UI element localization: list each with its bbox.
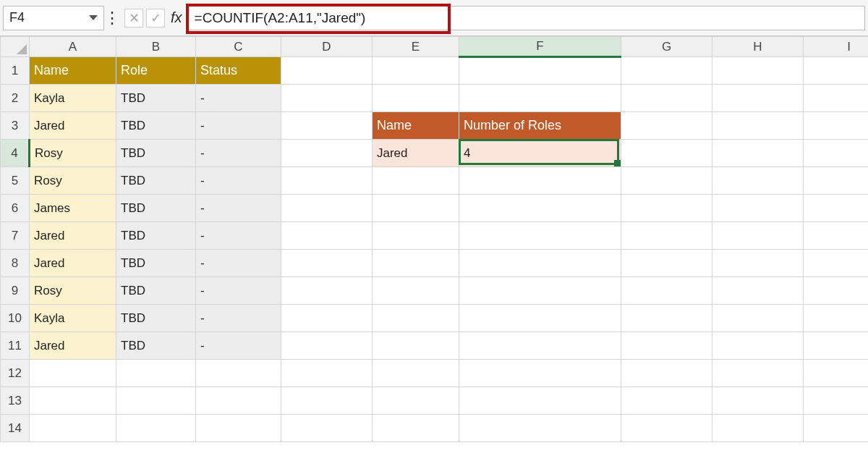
col-header-D[interactable]: D — [281, 37, 373, 57]
cell-F1[interactable] — [459, 57, 621, 85]
cell-E2[interactable] — [373, 85, 459, 112]
cell-I5[interactable] — [804, 167, 869, 195]
col-header-G[interactable]: G — [621, 37, 712, 57]
formula-input[interactable]: =COUNTIF(A2:A11,"Jared") — [188, 6, 448, 30]
row-header-4[interactable]: 4 — [1, 140, 30, 167]
cell-H11[interactable] — [712, 332, 804, 360]
cell-E8[interactable] — [373, 250, 459, 277]
cell-E9[interactable] — [373, 277, 459, 305]
cell-I13[interactable] — [804, 387, 869, 415]
cell-A3[interactable]: Jared — [30, 112, 116, 140]
cell-F13[interactable] — [459, 387, 621, 415]
cell-I12[interactable] — [804, 360, 869, 387]
row-header-6[interactable]: 6 — [1, 195, 30, 222]
formula-input-extension[interactable] — [448, 6, 865, 30]
cell-B9[interactable]: TBD — [116, 277, 196, 305]
cell-F10[interactable] — [459, 305, 621, 332]
col-header-I[interactable]: I — [804, 37, 869, 57]
cell-C9[interactable]: - — [196, 277, 281, 305]
cell-G7[interactable] — [621, 222, 712, 250]
cell-G8[interactable] — [621, 250, 712, 277]
cell-A2[interactable]: Kayla — [30, 85, 116, 112]
cell-D8[interactable] — [281, 250, 373, 277]
cell-B3[interactable]: TBD — [116, 112, 196, 140]
cell-D3[interactable] — [281, 112, 373, 140]
cell-E11[interactable] — [373, 332, 459, 360]
cell-H9[interactable] — [712, 277, 804, 305]
cell-G5[interactable] — [621, 167, 712, 195]
cell-G1[interactable] — [621, 57, 712, 85]
cell-A4[interactable]: Rosy — [30, 140, 116, 167]
cell-A9[interactable]: Rosy — [30, 277, 116, 305]
cell-H4[interactable] — [712, 140, 804, 167]
row-header-3[interactable]: 3 — [1, 112, 30, 140]
cell-H2[interactable] — [712, 85, 804, 112]
cell-A7[interactable]: Jared — [30, 222, 116, 250]
cell-E13[interactable] — [373, 387, 459, 415]
cell-F7[interactable] — [459, 222, 621, 250]
cell-F2[interactable] — [459, 85, 621, 112]
cell-C5[interactable]: - — [196, 167, 281, 195]
cell-G12[interactable] — [621, 360, 712, 387]
cell-I4[interactable] — [804, 140, 869, 167]
cell-H14[interactable] — [712, 415, 804, 442]
cell-F12[interactable] — [459, 360, 621, 387]
cell-H10[interactable] — [712, 305, 804, 332]
cell-H12[interactable] — [712, 360, 804, 387]
cell-E6[interactable] — [373, 195, 459, 222]
cell-D13[interactable] — [281, 387, 373, 415]
cell-I6[interactable] — [804, 195, 869, 222]
cell-B14[interactable] — [116, 415, 196, 442]
cell-I3[interactable] — [804, 112, 869, 140]
enter-formula-button[interactable]: ✓ — [146, 9, 165, 28]
cell-D9[interactable] — [281, 277, 373, 305]
cancel-formula-button[interactable]: ✕ — [124, 9, 143, 28]
cell-B12[interactable] — [116, 360, 196, 387]
row-header-2[interactable]: 2 — [1, 85, 30, 112]
row-header-7[interactable]: 7 — [1, 222, 30, 250]
cell-C3[interactable]: - — [196, 112, 281, 140]
cell-F11[interactable] — [459, 332, 621, 360]
cell-H8[interactable] — [712, 250, 804, 277]
cell-F3[interactable]: Number of Roles — [459, 112, 621, 140]
name-box[interactable]: F4 — [3, 6, 104, 30]
row-header-11[interactable]: 11 — [1, 332, 30, 360]
cell-B1[interactable]: Role — [116, 57, 196, 85]
cell-C2[interactable]: - — [196, 85, 281, 112]
cell-F14[interactable] — [459, 415, 621, 442]
cell-I7[interactable] — [804, 222, 869, 250]
cell-C14[interactable] — [196, 415, 281, 442]
cell-A8[interactable]: Jared — [30, 250, 116, 277]
cell-C12[interactable] — [196, 360, 281, 387]
cell-D2[interactable] — [281, 85, 373, 112]
cell-E7[interactable] — [373, 222, 459, 250]
cell-C8[interactable]: - — [196, 250, 281, 277]
cell-H7[interactable] — [712, 222, 804, 250]
cell-D5[interactable] — [281, 167, 373, 195]
cell-B10[interactable]: TBD — [116, 305, 196, 332]
cell-D7[interactable] — [281, 222, 373, 250]
cell-G11[interactable] — [621, 332, 712, 360]
cell-B13[interactable] — [116, 387, 196, 415]
cell-I11[interactable] — [804, 332, 869, 360]
cell-H5[interactable] — [712, 167, 804, 195]
cell-A5[interactable]: Rosy — [30, 167, 116, 195]
col-header-A[interactable]: A — [30, 37, 116, 57]
cell-E1[interactable] — [373, 57, 459, 85]
cell-I14[interactable] — [804, 415, 869, 442]
col-header-B[interactable]: B — [116, 37, 196, 57]
cell-I1[interactable] — [804, 57, 869, 85]
col-header-C[interactable]: C — [196, 37, 281, 57]
col-header-F[interactable]: F — [459, 37, 621, 57]
col-header-E[interactable]: E — [373, 37, 459, 57]
cell-A12[interactable] — [30, 360, 116, 387]
cell-A1[interactable]: Name — [30, 57, 116, 85]
cell-C10[interactable]: - — [196, 305, 281, 332]
cell-D14[interactable] — [281, 415, 373, 442]
cell-A6[interactable]: James — [30, 195, 116, 222]
cell-C7[interactable]: - — [196, 222, 281, 250]
cell-A11[interactable]: Jared — [30, 332, 116, 360]
cell-F8[interactable] — [459, 250, 621, 277]
cell-F9[interactable] — [459, 277, 621, 305]
cell-A14[interactable] — [30, 415, 116, 442]
